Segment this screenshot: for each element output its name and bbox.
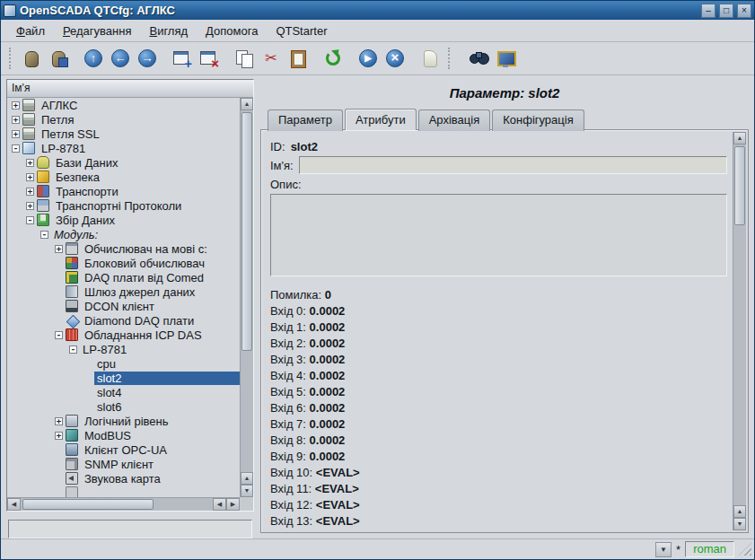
- copy-item-button[interactable]: [231, 46, 258, 71]
- expander-icon[interactable]: +: [26, 173, 34, 181]
- scroll-up-icon[interactable]: ▲: [241, 98, 253, 110]
- vision-window-button[interactable]: [492, 46, 519, 71]
- expander-icon[interactable]: -: [40, 231, 48, 239]
- back-icon: [110, 48, 130, 68]
- scroll-right-icon[interactable]: ▶: [226, 498, 240, 511]
- tree-item[interactable]: +DCON клієнт: [8, 299, 240, 313]
- tree-item[interactable]: -LP-8781: [8, 141, 240, 155]
- scroll-left-icon[interactable]: ◀: [213, 498, 226, 511]
- qtcfg-window-button[interactable]: [465, 46, 492, 71]
- tree-item[interactable]: +ModBUS: [8, 428, 240, 442]
- tree-vertical-scrollbar[interactable]: ▲ ▲ ▼: [240, 98, 253, 497]
- paste-item-button[interactable]: [285, 46, 312, 71]
- menu-item-help[interactable]: Допомога: [198, 22, 266, 40]
- tree-item[interactable]: +Обчислювач на мові с:: [8, 241, 240, 256]
- stop-update-button[interactable]: [382, 46, 408, 71]
- tree-vscroll-thumb[interactable]: [241, 112, 252, 351]
- clear-button[interactable]: [417, 46, 443, 71]
- tree-hscroll-thumb[interactable]: [22, 499, 154, 510]
- expander-icon[interactable]: -: [69, 346, 77, 354]
- tree-item[interactable]: +Транспортні Протоколи: [8, 198, 240, 213]
- expander-icon[interactable]: +: [55, 245, 63, 253]
- tree-item[interactable]: +DAQ плати від Comed: [8, 270, 240, 284]
- tree-item[interactable]: +Звукова карта: [8, 471, 240, 486]
- start-update-button[interactable]: [355, 46, 382, 71]
- scroll-down-icon[interactable]: ▼: [241, 485, 253, 497]
- tree-item[interactable]: -Модуль:: [8, 227, 240, 241]
- scroll-left-icon[interactable]: ◀: [7, 498, 21, 511]
- tab-attributes[interactable]: Атрибути: [345, 109, 417, 130]
- tree-item[interactable]: +Блоковий обчислювач: [8, 256, 240, 270]
- tree-hscroll-track[interactable]: [21, 498, 213, 511]
- expander-icon[interactable]: -: [55, 331, 63, 339]
- toolbar-handle[interactable]: [448, 48, 452, 69]
- minimize-button[interactable]: –: [701, 4, 715, 18]
- expander-icon[interactable]: +: [26, 188, 34, 196]
- tree-vscroll-track[interactable]: [241, 110, 253, 472]
- tab-configuration[interactable]: Конфігурація: [492, 109, 584, 131]
- tree-item[interactable]: +АГЛКС: [8, 98, 240, 112]
- tree-item[interactable]: +Шлюз джерел даних: [8, 284, 240, 299]
- toolbar-handle[interactable]: [9, 48, 13, 69]
- tree-item[interactable]: -Обладнання ICP DAS: [8, 328, 240, 342]
- tree-item[interactable]: +cpu: [8, 356, 240, 371]
- user-indicator[interactable]: roman: [685, 541, 734, 557]
- tree-item[interactable]: -Збір Даних: [8, 213, 240, 227]
- cut-item-button[interactable]: [258, 46, 285, 71]
- resize-grip[interactable]: [739, 543, 751, 556]
- back-button[interactable]: [107, 46, 134, 71]
- delete-item-button[interactable]: [196, 46, 223, 71]
- menu-item-file[interactable]: Файл: [8, 22, 53, 40]
- expander-icon[interactable]: -: [26, 216, 34, 224]
- tree-header[interactable]: Ім'я: [7, 80, 253, 98]
- menu-item-qtstarter[interactable]: QTStarter: [268, 22, 335, 40]
- pane-vscroll-thumb[interactable]: [734, 146, 745, 225]
- up-button[interactable]: [80, 46, 107, 71]
- tree-item[interactable]: +Петля SSL: [8, 127, 240, 141]
- menu-item-edit[interactable]: Редагування: [55, 22, 140, 40]
- expander-icon[interactable]: +: [55, 432, 63, 440]
- tree-item[interactable]: +Безпека: [8, 170, 240, 184]
- tree-item[interactable]: +Клієнт OPC-UA: [8, 442, 240, 457]
- tree-item[interactable]: +Бази Даних: [8, 155, 240, 170]
- description-textarea[interactable]: [270, 194, 727, 276]
- tree-item[interactable]: -LP-8781: [8, 342, 240, 356]
- menu-item-view[interactable]: Вигляд: [141, 22, 196, 40]
- refresh-button[interactable]: [320, 46, 347, 71]
- expander-icon[interactable]: +: [55, 417, 63, 425]
- tree-item[interactable]: +slot2: [8, 371, 240, 385]
- tab-archiving[interactable]: Архівація: [418, 109, 491, 131]
- save-db-button[interactable]: [45, 46, 72, 71]
- tab-parameter[interactable]: Параметр: [268, 109, 343, 131]
- tree-item[interactable]: +Diamond DAQ плати: [8, 313, 240, 328]
- titlebar[interactable]: OpenSCADA QTCfg: АГЛКС – □ ×: [1, 1, 754, 20]
- scroll-up-icon[interactable]: ▲: [733, 132, 746, 144]
- tree-status-input[interactable]: [8, 520, 252, 538]
- tree-item[interactable]: +Транспорти: [8, 184, 240, 198]
- tree-horizontal-scrollbar[interactable]: ◀ ◀ ▶: [7, 497, 240, 511]
- add-item-button[interactable]: [169, 46, 196, 71]
- scroll-down-icon[interactable]: ▼: [733, 518, 746, 530]
- pane-vscroll-track[interactable]: [733, 144, 746, 505]
- expander-icon[interactable]: +: [26, 159, 34, 167]
- tree-item[interactable]: +slot6: [8, 399, 240, 414]
- maximize-button[interactable]: □: [719, 4, 733, 18]
- pane-vertical-scrollbar[interactable]: ▲ ▲ ▼: [733, 132, 746, 530]
- expander-icon[interactable]: +: [12, 101, 20, 109]
- tree-item[interactable]: +Логічний рівень: [8, 414, 240, 428]
- tree-item[interactable]: +SNMP клієнт: [8, 457, 240, 471]
- tree-item[interactable]: +: [8, 486, 240, 497]
- load-db-button[interactable]: [18, 46, 45, 71]
- name-input[interactable]: [299, 156, 727, 174]
- expander-icon[interactable]: +: [26, 202, 34, 210]
- close-button[interactable]: ×: [737, 4, 751, 18]
- status-dropdown-button[interactable]: ▼: [655, 542, 672, 557]
- tree-item[interactable]: +slot4: [8, 385, 240, 399]
- expander-icon[interactable]: +: [12, 130, 20, 138]
- scroll-up-icon[interactable]: ▲: [733, 505, 746, 518]
- tree-item[interactable]: +Петля: [8, 112, 240, 127]
- expander-icon[interactable]: -: [12, 144, 20, 153]
- expander-icon[interactable]: +: [12, 116, 20, 124]
- forward-button[interactable]: [134, 46, 161, 71]
- scroll-up-icon[interactable]: ▲: [241, 472, 253, 485]
